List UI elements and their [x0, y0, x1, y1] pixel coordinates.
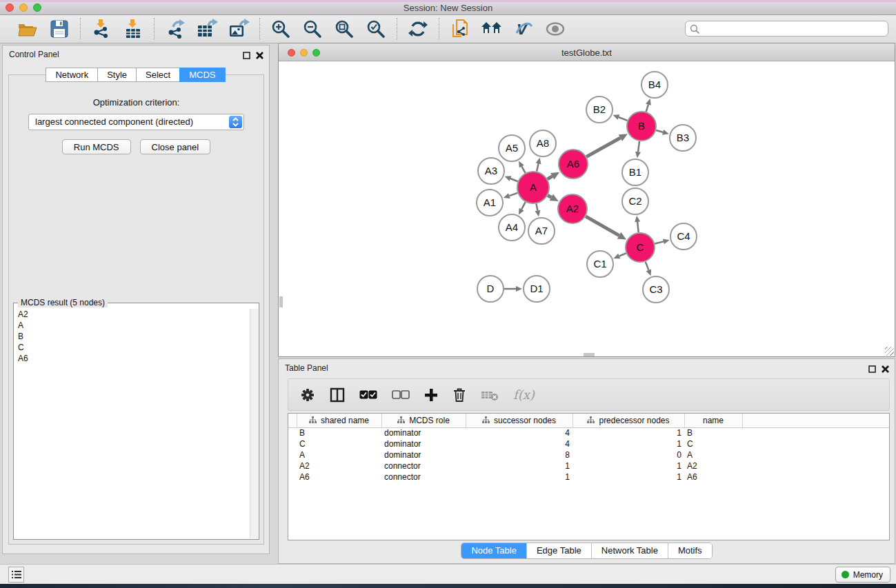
new-network-from-selection-icon[interactable]: [449, 19, 471, 39]
table-cell[interactable]: A: [684, 449, 742, 460]
graph-edge-B-B3[interactable]: [656, 130, 663, 132]
save-session-icon[interactable]: [48, 19, 70, 39]
function-builder-icon[interactable]: f(x): [513, 387, 535, 402]
tab-mcds[interactable]: MCDS: [179, 68, 225, 82]
table-cell[interactable]: A6: [684, 472, 742, 483]
first-neighbors-icon[interactable]: [481, 19, 503, 39]
delete-icon[interactable]: [452, 387, 466, 403]
network-vertical-scrollbar[interactable]: [279, 296, 283, 307]
float-panel-icon[interactable]: [243, 50, 250, 62]
gear-icon[interactable]: [300, 387, 315, 403]
float-panel-icon[interactable]: [868, 363, 876, 376]
table-cell[interactable]: 4: [466, 438, 573, 449]
zoom-out-icon[interactable]: [301, 19, 323, 39]
tab-style[interactable]: Style: [97, 68, 137, 82]
graph-edge-C-C3[interactable]: [646, 262, 649, 270]
graph-edge-A-A5[interactable]: [521, 166, 525, 173]
column-header-MCDS-role[interactable]: MCDS role: [381, 414, 466, 427]
show-hide-icon[interactable]: [544, 19, 566, 39]
tab-network[interactable]: Network: [46, 68, 98, 82]
graph-edge-C-C1[interactable]: [619, 253, 626, 256]
table-cell[interactable]: 0: [573, 449, 684, 460]
graph-edge-B-B2[interactable]: [619, 117, 628, 121]
task-history-button[interactable]: [8, 567, 24, 582]
tab-select[interactable]: Select: [136, 68, 180, 82]
network-canvas[interactable]: B4B2BB3A5A8A6B1A3AA1C2A2A4A7C4CC1C3DD1: [279, 62, 894, 356]
export-network-icon[interactable]: [164, 19, 186, 39]
zoom-in-icon[interactable]: [270, 19, 292, 39]
select-all-icon[interactable]: [359, 390, 377, 399]
import-table-icon[interactable]: [122, 19, 144, 39]
table-row[interactable]: A2connector11A2: [288, 460, 889, 472]
graph-edge-C-C4[interactable]: [655, 241, 664, 243]
close-panel-button[interactable]: Close panel: [140, 139, 211, 154]
table-cell[interactable]: 4: [466, 427, 573, 438]
table-cell[interactable]: dominator: [381, 449, 466, 460]
memory-button[interactable]: Memory: [835, 567, 890, 582]
tab-network-table[interactable]: Network Table: [592, 543, 668, 558]
column-header-successor-nodes[interactable]: successor nodes: [466, 414, 573, 427]
table-cell[interactable]: A2: [297, 460, 381, 472]
delete-table-icon[interactable]: [481, 389, 499, 401]
graph-edge-A-A6[interactable]: [548, 176, 552, 179]
table-cell[interactable]: 1: [466, 472, 573, 483]
graph-edge-B-B4[interactable]: [646, 105, 648, 112]
table-cell[interactable]: connector: [381, 472, 466, 483]
import-network-icon[interactable]: [90, 19, 112, 39]
network-window-titlebar[interactable]: testGlobe.txt: [279, 43, 895, 61]
result-item[interactable]: A6: [14, 353, 250, 364]
zoom-fit-icon[interactable]: [333, 19, 355, 39]
column-layout-icon[interactable]: [330, 387, 345, 403]
graph-edge-C-C2[interactable]: [637, 222, 639, 232]
table-cell[interactable]: connector: [381, 460, 466, 472]
add-icon[interactable]: [424, 388, 438, 402]
close-panel-icon[interactable]: [882, 363, 889, 376]
column-header-shared-name[interactable]: shared name: [297, 414, 381, 427]
table-cell[interactable]: 1: [573, 472, 684, 483]
tab-node-table[interactable]: Node Table: [461, 543, 527, 558]
tab-edge-table[interactable]: Edge Table: [527, 543, 592, 558]
graph-edge-A-A4[interactable]: [521, 202, 526, 209]
result-item[interactable]: A2: [14, 309, 250, 320]
graph-edge-A2-C[interactable]: [586, 216, 619, 236]
table-cell[interactable]: A6: [297, 472, 381, 483]
graph-edge-A6-B[interactable]: [586, 138, 620, 156]
graph-edge-A-A2[interactable]: [548, 195, 551, 197]
table-cell[interactable]: 8: [466, 449, 573, 460]
graph-edge-A-A7[interactable]: [536, 204, 537, 211]
run-mcds-button[interactable]: Run MCDS: [62, 139, 131, 154]
export-table-icon[interactable]: [196, 19, 218, 39]
result-item[interactable]: B: [14, 331, 250, 342]
column-header-predecessor-nodes[interactable]: predecessor nodes: [573, 414, 684, 427]
graph-edge-A-A3[interactable]: [510, 179, 518, 181]
open-file-icon[interactable]: [17, 19, 39, 39]
table-cell[interactable]: 1: [573, 460, 684, 472]
network-horizontal-scrollbar[interactable]: [584, 353, 595, 356]
deselect-all-icon[interactable]: [392, 390, 410, 399]
vizmapper-icon[interactable]: V: [512, 19, 535, 39]
table-row[interactable]: Bdominator41B: [288, 427, 889, 438]
window-resize-grip[interactable]: [885, 347, 894, 356]
table-cell[interactable]: 1: [573, 427, 684, 438]
table-row[interactable]: Adominator80A: [288, 449, 889, 460]
table-cell[interactable]: 1: [466, 460, 573, 472]
table-cell[interactable]: dominator: [381, 427, 466, 438]
table-cell[interactable]: C: [684, 438, 742, 449]
refresh-icon[interactable]: [407, 19, 429, 39]
search-input[interactable]: [685, 21, 888, 37]
table-cell[interactable]: 1: [573, 438, 684, 449]
zoom-selected-icon[interactable]: [365, 19, 387, 39]
graph-edge-A-A1[interactable]: [509, 193, 517, 196]
graph-edge-A-A8[interactable]: [537, 163, 538, 171]
column-header-name[interactable]: name: [684, 414, 742, 427]
mcds-result-list[interactable]: A2ABCA6: [14, 309, 250, 538]
optimization-criterion-dropdown[interactable]: largest connected component (directed): [28, 114, 244, 130]
table-cell[interactable]: B: [297, 427, 381, 438]
table-cell[interactable]: A: [297, 449, 381, 460]
table-cell[interactable]: C: [297, 438, 381, 449]
export-image-icon[interactable]: [228, 19, 250, 39]
table-row[interactable]: Cdominator41C: [288, 438, 889, 449]
result-item[interactable]: C: [14, 342, 250, 353]
result-scrollbar[interactable]: [250, 309, 258, 538]
graph-edge-B-B1[interactable]: [638, 141, 639, 152]
